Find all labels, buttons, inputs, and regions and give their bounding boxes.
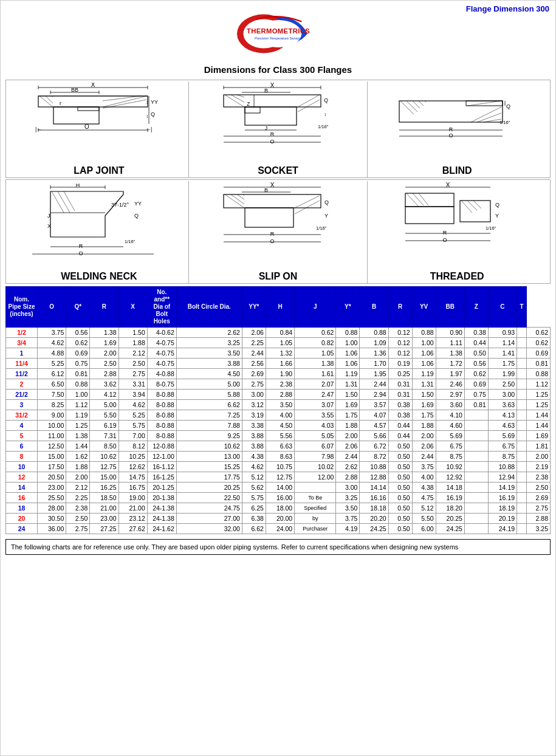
cell-value: 1.44 <box>526 410 550 421</box>
col-J: J <box>295 287 336 328</box>
cell-value: 3.07 <box>295 400 336 410</box>
cell-value: 16.16 <box>360 493 388 503</box>
svg-text:H: H <box>76 182 80 188</box>
socket-svg: X B Z J <box>205 83 351 162</box>
svg-line-102 <box>225 194 244 208</box>
cell-value: 1.97 <box>436 369 464 379</box>
cell-value: 0.50 <box>388 472 412 483</box>
cell-value: 0.50 <box>388 483 412 493</box>
cell-value: 18.18 <box>360 503 388 514</box>
cell-value: 1.25 <box>66 421 90 431</box>
cell-value: 2.88 <box>526 514 550 524</box>
svg-line-106 <box>295 196 320 208</box>
svg-text:1/16": 1/16" <box>125 239 136 244</box>
cell-value: 16.19 <box>436 493 464 503</box>
table-row: 38.251.125.004.628-0.886.623.123.503.071… <box>6 400 551 410</box>
cell-value <box>464 410 488 421</box>
cell-value: 0.12 <box>388 338 412 348</box>
cell-value <box>464 493 488 503</box>
cell-value: 5.00 <box>90 400 118 410</box>
cell-value: 12-1.00 <box>147 452 176 462</box>
svg-text:Q: Q <box>134 213 139 219</box>
cell-value: 16.19 <box>488 493 517 503</box>
cell-value: 3.19 <box>242 410 266 421</box>
cell-value <box>517 379 527 390</box>
cell-value <box>464 431 488 441</box>
cell-value: 0.88 <box>66 379 90 390</box>
cell-value: 3.25 <box>336 493 360 503</box>
cell-value: 4-0.62 <box>147 328 176 338</box>
col-C: C <box>488 287 517 328</box>
col-Y: Y* <box>336 287 360 328</box>
cell-value: 1.75 <box>336 410 360 421</box>
cell-value: 5.05 <box>295 431 336 441</box>
cell-value: 2.75 <box>66 524 90 534</box>
cell-value: 4.03 <box>295 421 336 431</box>
svg-text:O: O <box>270 238 274 244</box>
cell-value: 20.00 <box>266 514 294 524</box>
cell-value: 6.62 <box>242 524 266 534</box>
cell-value: 2.06 <box>412 441 436 452</box>
svg-rect-122 <box>460 201 490 222</box>
svg-text:1/16": 1/16" <box>318 124 329 129</box>
cell-value: 5.12 <box>242 472 266 483</box>
cell-value: 4.50 <box>176 369 242 379</box>
cell-value: 2.50 <box>488 379 517 390</box>
logo-area: THERMOMETRICS Precision Temperature Sens… <box>5 8 551 61</box>
cell-value: 3.25 <box>526 524 550 534</box>
socket-label: SOCKET <box>190 165 366 176</box>
cell-value: 24-1.62 <box>147 524 176 534</box>
cell-value: 1.05 <box>266 338 294 348</box>
svg-text:r: r <box>60 100 61 106</box>
svg-text:R: R <box>79 243 83 249</box>
table-row: 1423.002.1216.2516.7520-1.2520.255.6214.… <box>6 483 551 493</box>
svg-text:Q: Q <box>324 199 329 205</box>
svg-text:1/16": 1/16" <box>499 120 510 125</box>
cell-value: 3.88 <box>242 441 266 452</box>
cell-value: 0.81 <box>526 359 550 369</box>
cell-value: 1.75 <box>412 410 436 421</box>
svg-line-70 <box>477 113 501 122</box>
cell-value: 1.06 <box>336 359 360 369</box>
page-title: Flange Dimension 300 <box>466 4 549 13</box>
cell-value: 2.47 <box>295 390 336 400</box>
cell-value: 0.93 <box>488 328 517 338</box>
cell-value: 1.69 <box>412 400 436 410</box>
cell-value: 3.00 <box>242 390 266 400</box>
cell-value: 1.75 <box>488 359 517 369</box>
svg-line-103 <box>231 194 244 204</box>
svg-rect-100 <box>224 194 321 208</box>
cell-value: 0.62 <box>526 338 550 348</box>
cell-value: 1.61 <box>295 369 336 379</box>
cell-value: 0.62 <box>66 338 90 348</box>
cell-pipe-size: 6 <box>6 441 38 452</box>
cell-value: 2.75 <box>526 503 550 514</box>
cell-value: 14.19 <box>488 483 517 493</box>
svg-text:→|: →| <box>145 126 152 132</box>
cell-value: 0.88 <box>336 328 360 338</box>
svg-text:1/16": 1/16" <box>316 225 327 231</box>
svg-line-121 <box>419 193 428 205</box>
cell-value: 1.81 <box>526 441 550 452</box>
table-row: 1625.502.2518.5019.0020-1.3822.505.7516.… <box>6 493 551 503</box>
cell-value: 1.05 <box>295 348 336 359</box>
cell-value: 5.62 <box>242 483 266 493</box>
cell-value: 10.92 <box>436 462 464 472</box>
cell-value <box>517 514 527 524</box>
cell-value: 2.50 <box>90 359 118 369</box>
cell-value: 0.62 <box>464 369 488 379</box>
lap-joint-svg: X BB <box>26 83 172 162</box>
cell-value: 15.00 <box>38 452 66 462</box>
cell-value: 2.44 <box>412 452 436 462</box>
cell-value: 1.12 <box>526 379 550 390</box>
svg-text:O: O <box>443 237 447 243</box>
cell-value: 1.69 <box>90 338 118 348</box>
cell-value: 12.94 <box>488 472 517 483</box>
cell-value: 36.00 <box>38 524 66 534</box>
cell-value: 23.12 <box>118 514 147 524</box>
cell-value: 12.75 <box>266 472 294 483</box>
cell-value: 5.00 <box>176 379 242 390</box>
cell-value: 3.12 <box>242 400 266 410</box>
svg-text:YY: YY <box>151 99 158 105</box>
cell-value: 14.14 <box>360 483 388 493</box>
